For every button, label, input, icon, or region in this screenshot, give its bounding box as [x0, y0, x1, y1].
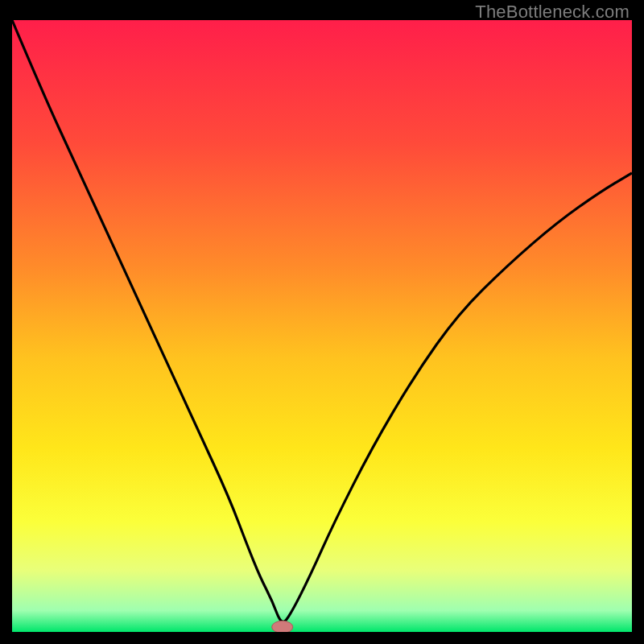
bottleneck-chart: [12, 20, 632, 632]
gradient-background: [12, 20, 632, 632]
chart-frame: [12, 20, 632, 632]
optimal-point-marker: [272, 621, 293, 632]
